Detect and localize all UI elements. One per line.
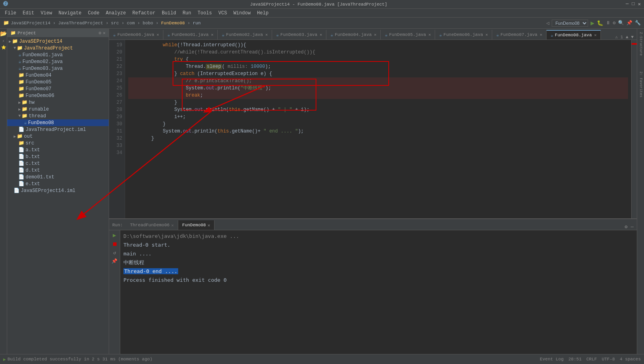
- run-button-icon[interactable]: ▶: [590, 19, 594, 27]
- project-header-title: Project: [18, 31, 36, 36]
- toolbar-icon-2[interactable]: ⏸: [606, 20, 610, 26]
- code-line-28: System.out.println(this.getName() + " | …: [128, 106, 628, 113]
- status-crlf[interactable]: CRLF: [586, 357, 597, 362]
- tree-item-fundemo03[interactable]: ☕ FunDemo03.java: [7, 65, 109, 72]
- side-icon-bar: 📂 ⚡ ⭐: [0, 29, 7, 354]
- tab-fundemo07[interactable]: ☕FunDemo07.java ✕: [492, 30, 547, 40]
- tree-item-fundemo05[interactable]: 📁 FunDemo05: [7, 79, 109, 85]
- right-icon-1[interactable]: Z-Structure: [639, 32, 643, 55]
- toolbar-right: ◁ FunDemo08 ▶ 🐛 ⏸ ⚙ 🔍 📌 🔧: [546, 19, 641, 27]
- tree-root[interactable]: ▶ 📁 JavaSEProject14: [7, 38, 109, 45]
- tree-item-c-txt[interactable]: 📄 c.txt: [7, 160, 109, 167]
- tab-fundemo03[interactable]: ☕FunDemo03.java ✕: [272, 30, 326, 40]
- project-nav-icon: 📁: [3, 20, 9, 26]
- menu-item-navigate[interactable]: Navigate: [55, 10, 85, 17]
- right-gutter: [631, 40, 637, 218]
- tree-item-thread[interactable]: ▼ 📁 thread: [7, 113, 109, 119]
- code-editor-wrapper[interactable]: 19 20 21 22 23 24 25 26 27 28 29 30 31 3…: [109, 40, 637, 218]
- status-event-log[interactable]: Event Log: [540, 357, 563, 362]
- tab-fundemo05[interactable]: ☕FunDemo05.java ✕: [381, 30, 435, 40]
- tree-item-d-txt[interactable]: 📄 d.txt: [7, 167, 109, 174]
- main-layout: 📂 ⚡ ⭐ 📁 Project ⚙ ✕ ▶ 📁 JavaSEProject14 …: [0, 29, 644, 354]
- run-pin-icon[interactable]: 📌: [111, 258, 117, 264]
- menu-item-run[interactable]: Run: [179, 10, 195, 17]
- breadcrumb-toolbar: 📁 JavaSEProject14 › JavaThreadProject › …: [0, 18, 644, 29]
- menu-item-window[interactable]: Window: [230, 10, 254, 17]
- tab-fundemo02[interactable]: ☕FunDemo02.java ✕: [218, 30, 272, 40]
- tab-fundemo06[interactable]: ☕FunDemo06.java ✕: [109, 30, 163, 40]
- tree-item-javaseprojct14-iml[interactable]: 📄 JavaSEProject14.iml: [7, 187, 109, 194]
- project-tree: ▶ 📁 JavaSEProject14 ▼ 📁 JavaThreadProjec…: [7, 37, 109, 354]
- code-line-27: }: [128, 99, 628, 106]
- tree-item-demo01-txt[interactable]: 📄 demo01.txt: [7, 174, 109, 180]
- tab-fundemo08[interactable]: ☕FunDemo08.java ✕: [547, 30, 601, 40]
- output-line-5: Thread-0 end ....: [123, 267, 634, 276]
- tree-item-fundemo08[interactable]: ☕ FunDemo08: [7, 119, 109, 126]
- run-tabs-bar: Run: ThreadFunDemo06 ✕ FunDemo08 ✕ ⚙ —: [109, 219, 637, 230]
- code-content[interactable]: while(!Thread.interrupted()){ //while(!T…: [125, 40, 631, 218]
- menu-item-help[interactable]: Help: [254, 10, 272, 17]
- output-line-7: Process finished with exit code 0: [123, 276, 634, 285]
- tree-item-runable[interactable]: ▶ 📁 runable: [7, 106, 109, 113]
- settings-icon[interactable]: ⚙: [625, 224, 628, 230]
- menu-item-edit[interactable]: Edit: [20, 10, 38, 17]
- menu-item-build[interactable]: Build: [159, 10, 179, 17]
- status-encoding[interactable]: UTF-8: [602, 357, 615, 362]
- debug-button-icon[interactable]: 🐛: [597, 20, 603, 26]
- project-icon-settings[interactable]: ⚙: [99, 30, 101, 36]
- right-icon-2[interactable]: 2: Favorites: [639, 71, 643, 97]
- tree-item-fundemo07[interactable]: 📁 FunDemo07: [7, 85, 109, 92]
- tree-item-b-txt[interactable]: 📄 b.txt: [7, 153, 109, 160]
- status-indent[interactable]: 4 spaces: [620, 357, 641, 362]
- menu-item-refactor[interactable]: Refactor: [129, 10, 159, 17]
- toolbar-icon-1[interactable]: ◁: [546, 20, 549, 26]
- side-icon-favorites[interactable]: ⭐: [1, 45, 6, 50]
- tab-fundemo01[interactable]: ☕FunDemo01.java ✕: [163, 30, 218, 40]
- menu-item-code[interactable]: Code: [85, 10, 103, 17]
- tree-javathreadproject[interactable]: ▼ 📁 JavaThreadProject: [7, 45, 109, 51]
- tree-item-funedemo06[interactable]: 📁 FuneDemo06: [7, 92, 109, 99]
- selected-output: Thread-0 end ....: [123, 268, 178, 274]
- menu-item-view[interactable]: View: [38, 10, 56, 17]
- menu-bar: File Edit View Navigate Code Analyze Ref…: [0, 9, 644, 18]
- run-stop-icon[interactable]: ⏹: [112, 241, 117, 247]
- tree-item-fundemo04[interactable]: 📁 FunDemo04: [7, 72, 109, 79]
- run-tab-threadfundemo06[interactable]: ThreadFunDemo06 ✕: [126, 220, 178, 230]
- tree-item-hw[interactable]: ▶ 📁 hw: [7, 99, 109, 106]
- code-line-26: break;: [128, 92, 628, 99]
- tab-funedemo06[interactable]: ☕FuneDemo06.java ✕: [435, 30, 492, 40]
- tree-item-src[interactable]: 📁 src: [7, 140, 109, 146]
- toolbar-icon-4[interactable]: 🔍: [618, 20, 624, 26]
- tree-item-e-txt[interactable]: 📄 e.txt: [7, 180, 109, 187]
- menu-item-file[interactable]: File: [2, 10, 20, 17]
- tree-item-a-txt[interactable]: 📄 a.txt: [7, 146, 109, 153]
- run-rerun-icon[interactable]: ↺: [113, 250, 116, 256]
- tab-fundemo04[interactable]: ☕FunDemo04.java ✕: [326, 30, 381, 40]
- tree-item-javathreadproject-iml[interactable]: 📄 JavaThreadProject.iml: [7, 126, 109, 133]
- menu-item-vcs[interactable]: VCS: [215, 10, 231, 17]
- close-btn[interactable]: ✕: [638, 1, 641, 7]
- toolbar-icon-3[interactable]: ⚙: [613, 20, 616, 26]
- run-play-icon[interactable]: ▶: [113, 232, 116, 239]
- code-line-32: System.out.println(this.getName()+ " end…: [128, 128, 628, 135]
- tree-item-out[interactable]: ▶ 📁 out: [7, 133, 109, 140]
- title-text: JavaSEProject14 - FunDemo08.java [JavaTh…: [12, 2, 626, 7]
- project-icon-close[interactable]: ✕: [103, 30, 105, 36]
- menu-item-analyze[interactable]: Analyze: [103, 10, 129, 17]
- run-tab-fundemo08[interactable]: FunDemo08 ✕: [178, 220, 215, 230]
- toolbar-icon-6[interactable]: 🔧: [635, 20, 641, 26]
- side-icon-structure[interactable]: ⚡: [2, 39, 4, 44]
- menu-item-tools[interactable]: Tools: [195, 10, 215, 17]
- tree-item-fundemo02[interactable]: ☕ FunDemo02.java: [7, 58, 109, 65]
- editor-tabs-bar: ☕FunDemo06.java ✕ ☕FunDemo01.java ✕ ☕Fun…: [109, 29, 637, 40]
- maximize-btn[interactable]: □: [632, 1, 635, 7]
- minimize-btn[interactable]: —: [626, 1, 628, 7]
- run-config-select[interactable]: FunDemo08: [552, 20, 588, 27]
- project-header-icon: 📁: [10, 30, 16, 36]
- side-icon-project[interactable]: 📂: [0, 30, 7, 37]
- right-sidebar: Z-Structure 2: Favorites: [637, 29, 644, 354]
- tree-item-fundemo01[interactable]: ☕ FunDemo01.java: [7, 51, 109, 58]
- minimize-icon[interactable]: —: [631, 224, 634, 230]
- toolbar-icon-5[interactable]: 📌: [626, 20, 632, 26]
- title-bar: 🅙 JavaSEProject14 - FunDemo08.java [Java…: [0, 0, 644, 9]
